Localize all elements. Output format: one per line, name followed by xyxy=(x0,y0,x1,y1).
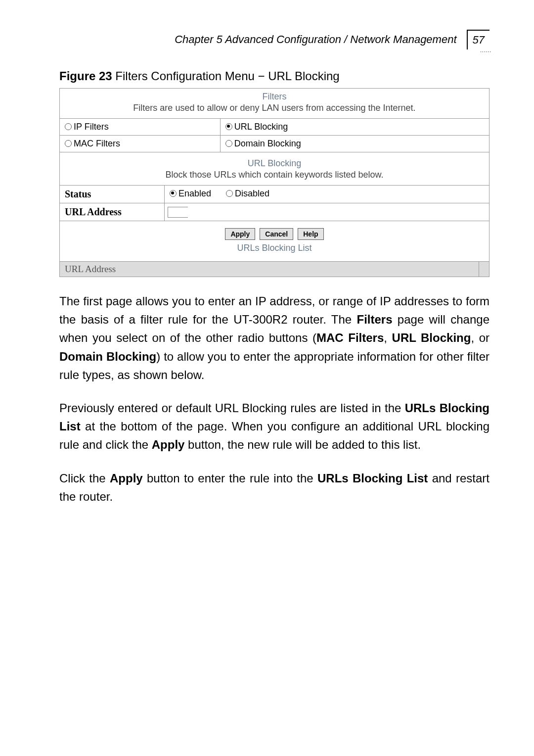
mac-filters-option[interactable]: MAC Filters xyxy=(60,136,221,152)
radio-icon xyxy=(170,190,177,197)
url-blocking-label: URL Blocking xyxy=(234,122,288,132)
filter-row-1: IP Filters URL Blocking xyxy=(60,118,489,135)
filters-title: Filters xyxy=(60,89,489,103)
p1-text: , xyxy=(384,331,392,344)
p1-bold-mac: MAC Filters xyxy=(316,331,384,344)
p3-text: button to enter the rule into the xyxy=(143,472,317,485)
paragraph-3: Click the Apply button to enter the rule… xyxy=(59,469,490,506)
domain-blocking-option[interactable]: Domain Blocking xyxy=(221,136,489,152)
filters-subtitle: Filters are used to allow or deny LAN us… xyxy=(60,103,489,118)
cancel-button[interactable]: Cancel xyxy=(260,228,293,240)
p3-text: Click the xyxy=(59,472,110,485)
page-number-text: 57 xyxy=(473,34,485,46)
chapter-title: Chapter 5 Advanced Configuration / Netwo… xyxy=(59,33,467,46)
p1-bold-url: URL Blocking xyxy=(392,331,471,344)
status-label: Status xyxy=(60,186,165,203)
urls-blocking-list-header: URL Address xyxy=(60,261,489,277)
url-blocking-option[interactable]: URL Blocking xyxy=(221,119,489,135)
enabled-label: Enabled xyxy=(178,189,211,198)
url-blocking-title: URL Blocking xyxy=(60,152,489,170)
ip-filters-option[interactable]: IP Filters xyxy=(60,119,221,135)
url-address-label: URL Address xyxy=(60,203,165,221)
p3-bold-apply: Apply xyxy=(110,472,143,485)
p1-bold-domain: Domain Blocking xyxy=(59,350,156,363)
figure-text: Filters Configuration Menu − URL Blockin… xyxy=(112,69,340,83)
buttons-row: Apply Cancel Help URLs Blocking List xyxy=(60,221,489,261)
apply-button[interactable]: Apply xyxy=(225,228,255,240)
decorative-dots: ······ xyxy=(480,49,491,54)
url-address-row: URL Address xyxy=(60,203,489,221)
radio-icon xyxy=(225,140,232,147)
p3-bold-list: URLs Blocking List xyxy=(317,472,428,485)
filters-panel: Filters Filters are used to allow or den… xyxy=(59,88,490,277)
radio-icon xyxy=(65,140,72,147)
help-button[interactable]: Help xyxy=(298,228,323,240)
radio-icon xyxy=(225,123,232,130)
p2-text: button, the new rule will be added to th… xyxy=(184,438,421,451)
status-disabled-option[interactable]: Disabled xyxy=(226,189,269,198)
p1-text: , or xyxy=(471,331,490,344)
figure-caption: Figure 23 Filters Configuration Menu − U… xyxy=(59,69,490,83)
ip-filters-label: IP Filters xyxy=(74,122,109,132)
p2-text: Previously entered or default URL Blocki… xyxy=(59,401,405,415)
radio-icon xyxy=(65,123,72,130)
radio-icon xyxy=(226,190,233,197)
urls-blocking-list-action-col xyxy=(479,262,489,277)
status-value: Enabled Disabled xyxy=(165,186,489,203)
status-row: Status Enabled Disabled xyxy=(60,185,489,203)
figure-label: Figure 23 xyxy=(59,69,112,83)
mac-filters-label: MAC Filters xyxy=(74,139,120,148)
disabled-label: Disabled xyxy=(235,189,269,198)
page-number: 57 ······ xyxy=(467,30,490,49)
urls-blocking-list-col: URL Address xyxy=(60,262,479,277)
paragraph-2: Previously entered or default URL Blocki… xyxy=(59,399,490,454)
page-header: Chapter 5 Advanced Configuration / Netwo… xyxy=(59,30,490,49)
status-enabled-option[interactable]: Enabled xyxy=(170,189,214,198)
url-blocking-subtitle: Block those URLs which contain keywords … xyxy=(60,170,489,185)
p2-bold-apply: Apply xyxy=(152,438,185,451)
paragraph-1: The first page allows you to enter an IP… xyxy=(59,292,490,384)
urls-blocking-list-title: URLs Blocking List xyxy=(60,240,489,256)
p1-bold-filters: Filters xyxy=(357,313,393,326)
url-address-input[interactable] xyxy=(168,207,188,218)
filter-row-2: MAC Filters Domain Blocking xyxy=(60,135,489,152)
domain-blocking-label: Domain Blocking xyxy=(234,139,301,148)
